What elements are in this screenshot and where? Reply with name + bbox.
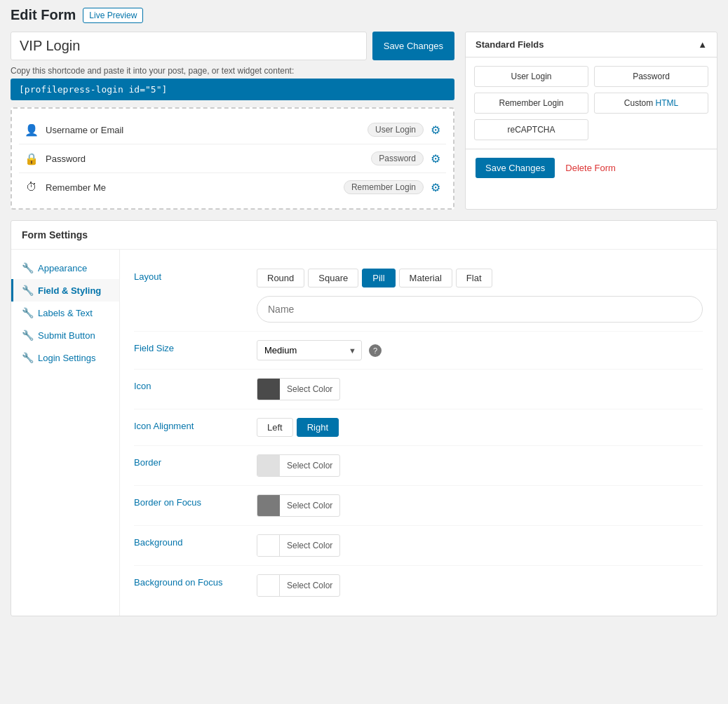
delete-form-link[interactable]: Delete Form (565, 163, 616, 173)
field-tag-remember: Remember Login (344, 180, 424, 194)
live-preview-button[interactable]: Live Preview (83, 8, 143, 23)
settings-content: Layout Round Square Pill Material Flat (120, 250, 717, 616)
border-focus-select-color-label: Select Color (280, 497, 339, 514)
field-gear-remember[interactable]: ⚙ (431, 181, 440, 194)
field-label-remember: Remember Me (46, 182, 337, 193)
nav-label-labels-text: Labels & Text (38, 308, 93, 318)
border-focus-control: Select Color (257, 494, 703, 517)
layout-preview-input[interactable] (257, 296, 703, 323)
field-row-password: 🔒 Password Password ⚙ (19, 144, 446, 173)
wrench-icon-login-settings: 🔧 (22, 352, 34, 363)
sidebar-item-login-settings[interactable]: 🔧 Login Settings (11, 346, 119, 369)
border-control: Select Color (257, 454, 703, 477)
clock-icon: ⏱ (25, 181, 39, 194)
field-row-remember: ⏱ Remember Me Remember Login ⚙ (19, 173, 446, 201)
save-changes-button-panel[interactable]: Save Changes (476, 158, 555, 178)
standard-fields-header: Standard Fields ▲ (466, 32, 717, 57)
page-title: Edit Form (11, 7, 76, 23)
field-size-row: Field Size Small Medium Large ▼ ? (134, 332, 703, 370)
icon-alignment-control: Left Right (257, 418, 703, 437)
layout-row: Layout Round Square Pill Material Flat (134, 260, 703, 332)
icon-alignment-right-btn[interactable]: Right (297, 418, 339, 437)
field-tag-username: User Login (368, 123, 424, 137)
settings-nav: 🔧 Appearance 🔧 Field & Styling 🔧 Labels … (11, 250, 120, 616)
field-size-control: Small Medium Large ▼ ? (257, 340, 703, 360)
background-color-picker: Select Color (257, 534, 703, 557)
panel-footer: Save Changes Delete Form (466, 149, 717, 187)
wrench-icon-field-styling: 🔧 (22, 285, 34, 296)
icon-alignment-label: Icon Alignment (134, 418, 246, 431)
icon-row: Icon Select Color (134, 370, 703, 409)
form-settings: Form Settings 🔧 Appearance 🔧 Field & Sty… (11, 220, 717, 616)
layout-btn-material[interactable]: Material (399, 269, 452, 287)
standard-fields-grid: User Login Password Remember Login Custo… (466, 57, 717, 149)
sidebar-item-submit-button[interactable]: 🔧 Submit Button (11, 324, 119, 346)
background-focus-label: Background on Focus (134, 574, 246, 588)
border-color-picker: Select Color (257, 454, 703, 477)
background-control: Select Color (257, 534, 703, 557)
icon-color-swatch (257, 379, 280, 400)
border-label: Border (134, 454, 246, 468)
border-focus-swatch-btn[interactable]: Select Color (257, 494, 340, 517)
border-row: Border Select Color (134, 446, 703, 486)
border-color-swatch (257, 455, 280, 476)
background-focus-control: Select Color (257, 574, 703, 597)
shortcode-box[interactable]: [profilepress-login id="5"] (11, 79, 454, 100)
border-color-swatch-btn[interactable]: Select Color (257, 454, 340, 477)
user-icon: 👤 (25, 123, 39, 137)
recaptcha-field-btn[interactable]: reCAPTCHA (474, 119, 588, 140)
nav-label-field-styling: Field & Styling (38, 285, 101, 296)
custom-html-field-btn[interactable]: Custom HTML (594, 93, 708, 114)
icon-select-color-label: Select Color (280, 381, 339, 398)
border-focus-label: Border on Focus (134, 494, 246, 508)
layout-btn-pill[interactable]: Pill (362, 269, 395, 287)
sidebar-item-labels-text[interactable]: 🔧 Labels & Text (11, 302, 119, 324)
password-field-btn[interactable]: Password (594, 66, 708, 87)
border-focus-swatch (257, 495, 280, 516)
background-focus-select-color-label: Select Color (280, 577, 339, 594)
field-size-label: Field Size (134, 340, 246, 353)
save-changes-button-top[interactable]: Save Changes (372, 32, 454, 60)
border-focus-row: Border on Focus Select Color (134, 486, 703, 526)
html-text: HTML (656, 98, 679, 108)
layout-btn-flat[interactable]: Flat (456, 269, 492, 287)
icon-color-picker: Select Color (257, 378, 703, 400)
icon-color-swatch-btn[interactable]: Select Color (257, 378, 340, 400)
field-row-username: 👤 Username or Email User Login ⚙ (19, 116, 446, 144)
layout-label: Layout (134, 269, 246, 282)
field-gear-username[interactable]: ⚙ (431, 123, 440, 137)
background-select-color-label: Select Color (280, 537, 339, 554)
sidebar-item-field-styling[interactable]: 🔧 Field & Styling (11, 279, 119, 302)
standard-fields-panel: Standard Fields ▲ User Login Password Re… (465, 32, 717, 210)
background-focus-swatch-btn[interactable]: Select Color (257, 574, 340, 597)
field-label-password: Password (46, 154, 364, 164)
layout-btn-round[interactable]: Round (257, 269, 304, 287)
icon-alignment-row: Icon Alignment Left Right (134, 409, 703, 446)
sidebar-item-appearance[interactable]: 🔧 Appearance (11, 257, 119, 279)
background-row: Background Select Color (134, 526, 703, 566)
icon-control: Select Color (257, 378, 703, 400)
field-size-select[interactable]: Small Medium Large (257, 340, 362, 360)
background-swatch-btn[interactable]: Select Color (257, 534, 340, 557)
border-select-color-label: Select Color (280, 457, 339, 474)
lock-icon: 🔒 (25, 152, 39, 165)
field-label-username: Username or Email (46, 125, 360, 135)
shortcode-label: Copy this shortcode and paste it into yo… (11, 66, 454, 76)
help-icon[interactable]: ? (369, 344, 382, 357)
collapse-icon[interactable]: ▲ (698, 39, 707, 50)
layout-btn-square[interactable]: Square (308, 269, 358, 287)
border-focus-color-picker: Select Color (257, 494, 703, 517)
form-settings-body: 🔧 Appearance 🔧 Field & Styling 🔧 Labels … (11, 250, 717, 616)
nav-label-submit-button: Submit Button (38, 330, 95, 341)
icon-alignment-left-btn[interactable]: Left (257, 418, 293, 437)
user-login-field-btn[interactable]: User Login (474, 66, 588, 87)
field-gear-password[interactable]: ⚙ (431, 152, 440, 165)
wrench-icon-submit-button: 🔧 (22, 330, 34, 341)
form-name-input[interactable] (11, 32, 367, 60)
remember-login-field-btn[interactable]: Remember Login (474, 93, 588, 114)
wrench-icon-labels-text: 🔧 (22, 307, 34, 318)
icon-alignment-toggle-group: Left Right (257, 418, 703, 437)
form-settings-header: Form Settings (11, 221, 717, 250)
layout-control: Round Square Pill Material Flat (257, 269, 703, 323)
layout-buttons: Round Square Pill Material Flat (257, 269, 703, 287)
